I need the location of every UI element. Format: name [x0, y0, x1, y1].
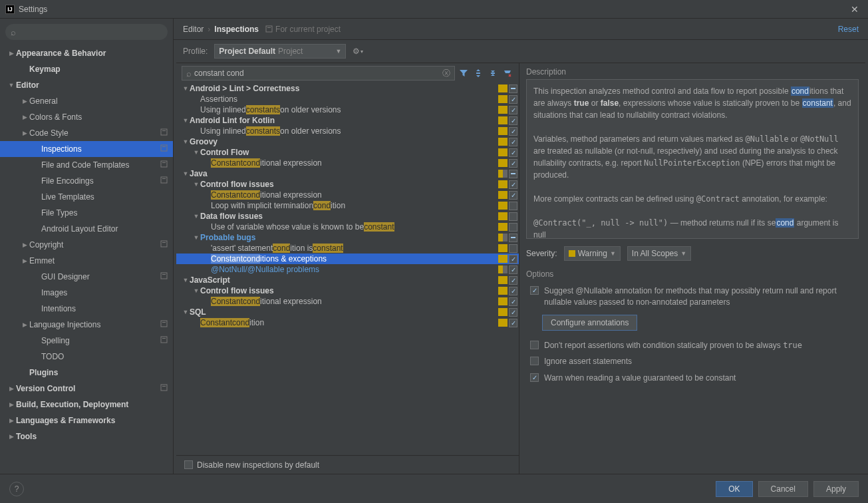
inspection-checkbox[interactable]: ✓ — [509, 106, 517, 114]
inspection-row[interactable]: ▼Control flow issues✓ — [176, 179, 519, 190]
close-icon[interactable]: ✕ — [847, 3, 863, 16]
sidebar-item[interactable]: ▶Colors & Fonts — [0, 109, 173, 125]
sidebar-item[interactable]: ▶Copyright — [0, 237, 173, 253]
collapse-all-icon[interactable] — [487, 67, 499, 79]
sidebar-item[interactable]: Spelling — [0, 333, 173, 349]
inspection-checkbox[interactable]: ✓ — [509, 95, 517, 104]
opt3-checkbox[interactable] — [530, 357, 539, 365]
severity-dropdown[interactable]: Warning ▼ — [564, 246, 621, 261]
sidebar-item[interactable]: ▶Appearance & Behavior — [0, 45, 173, 61]
disable-new-checkbox[interactable] — [184, 460, 193, 469]
sidebar-search[interactable]: ⌕ — [5, 24, 168, 40]
sidebar-item[interactable]: ▶Code Style — [0, 125, 173, 141]
inspection-checkbox[interactable]: ✓ — [509, 148, 517, 157]
configure-annotations-button[interactable]: Configure annotations — [542, 315, 637, 331]
opt2-checkbox[interactable] — [530, 341, 539, 349]
sidebar-item[interactable]: Android Layout Editor — [0, 221, 173, 237]
sidebar-item[interactable]: Plugins — [0, 365, 173, 381]
inspection-checkbox[interactable]: ✓ — [509, 159, 517, 168]
sidebar-item[interactable]: ▶Version Control — [0, 381, 173, 397]
inspection-row[interactable]: ▼Probable bugs — [176, 232, 519, 243]
inspection-row[interactable]: ▼Data flow issues — [176, 211, 519, 222]
sidebar-item[interactable]: GUI Designer — [0, 269, 173, 285]
inspection-row[interactable]: Constant condition✓ — [176, 317, 519, 328]
inspection-label: Constant conditional expression — [211, 297, 497, 306]
inspection-checkbox[interactable]: ✓ — [509, 265, 517, 274]
sidebar-item[interactable]: Intentions — [0, 301, 173, 317]
sidebar-item[interactable]: File Types — [0, 205, 173, 221]
expand-all-icon[interactable] — [472, 67, 484, 79]
svg-rect-14 — [161, 337, 167, 343]
sidebar-item[interactable]: Live Templates — [0, 189, 173, 205]
inspection-checkbox[interactable]: ✓ — [509, 287, 517, 295]
sidebar-search-input[interactable] — [19, 27, 162, 37]
inspection-row[interactable]: ▼Android > Lint > Correctness — [176, 83, 519, 94]
sidebar-item[interactable]: Inspections — [0, 141, 173, 157]
scope-dropdown[interactable]: In All Scopes ▼ — [627, 246, 691, 261]
inspection-row[interactable]: Loop with implicit termination condition — [176, 200, 519, 211]
apply-button[interactable]: Apply — [813, 481, 859, 497]
inspection-checkbox[interactable]: ✓ — [509, 297, 517, 306]
inspection-row[interactable]: ▼SQL✓ — [176, 307, 519, 317]
breadcrumb-editor[interactable]: Editor — [183, 25, 204, 34]
inspection-checkbox[interactable]: ✓ — [509, 116, 517, 125]
inspection-checkbox[interactable]: ✓ — [509, 255, 517, 263]
cancel-button[interactable]: Cancel — [758, 481, 808, 497]
opt4-checkbox[interactable]: ✓ — [530, 373, 539, 382]
inspection-row[interactable]: Using inlined constants on older version… — [176, 126, 519, 136]
inspection-checkbox[interactable] — [509, 170, 517, 178]
inspection-checkbox[interactable] — [509, 84, 517, 93]
inspection-row[interactable]: Constant conditional expression✓ — [176, 158, 519, 168]
gear-icon[interactable]: ⚙▾ — [353, 47, 363, 56]
filter-input-wrap[interactable]: ⌕ ⓧ — [182, 66, 455, 81]
help-button[interactable]: ? — [9, 482, 24, 496]
inspection-checkbox[interactable] — [509, 234, 517, 242]
sidebar-item[interactable]: ▶General — [0, 93, 173, 109]
severity-indicator — [498, 170, 507, 178]
inspection-checkbox[interactable] — [509, 223, 517, 232]
profile-dropdown[interactable]: Project DefaultProject ▼ — [214, 44, 346, 59]
ok-button[interactable]: OK — [716, 481, 752, 497]
inspection-checkbox[interactable]: ✓ — [509, 127, 517, 136]
inspection-checkbox[interactable]: ✓ — [509, 180, 517, 189]
inspection-checkbox[interactable] — [509, 202, 517, 210]
sidebar-item[interactable]: ▶Emmet — [0, 253, 173, 269]
inspection-row[interactable]: 'assert' statement condition is constant — [176, 243, 519, 253]
inspection-row[interactable]: Use of variable whose value is known to … — [176, 222, 519, 232]
inspection-checkbox[interactable]: ✓ — [509, 319, 517, 327]
inspection-row[interactable]: ▼JavaScript✓ — [176, 275, 519, 285]
sidebar-item[interactable]: ▶Language Injections — [0, 317, 173, 333]
sidebar-item[interactable]: Images — [0, 285, 173, 301]
sidebar-item[interactable]: Keymap — [0, 61, 173, 77]
inspection-row[interactable]: ▼Control flow issues✓ — [176, 285, 519, 296]
sidebar-item[interactable]: File and Code Templates — [0, 157, 173, 173]
inspection-checkbox[interactable]: ✓ — [509, 138, 517, 146]
sidebar-item[interactable]: File Encodings — [0, 173, 173, 189]
inspection-row[interactable]: Constant conditional expression✓ — [176, 190, 519, 200]
reset-link[interactable]: Reset — [838, 25, 859, 34]
inspection-row[interactable]: Constant conditional expression✓ — [176, 296, 519, 307]
sidebar-item[interactable]: ▶Languages & Frameworks — [0, 413, 173, 428]
inspection-checkbox[interactable]: ✓ — [509, 191, 517, 200]
inspection-row[interactable]: ▼Android Lint for Kotlin✓ — [176, 115, 519, 126]
inspection-checkbox[interactable] — [509, 212, 517, 221]
inspection-row[interactable]: Using inlined constants on older version… — [176, 104, 519, 115]
filter-input[interactable] — [194, 69, 442, 78]
inspection-row[interactable]: ▼Control Flow✓ — [176, 147, 519, 158]
inspection-row[interactable]: ▼Java — [176, 168, 519, 179]
sidebar-item[interactable]: TODO — [0, 349, 173, 365]
inspection-row[interactable]: @NotNull/@Nullable problems✓ — [176, 264, 519, 275]
sidebar-item[interactable]: ▼Editor — [0, 77, 173, 93]
sidebar-item[interactable]: ▶Tools — [0, 428, 173, 444]
inspection-checkbox[interactable] — [509, 244, 517, 253]
opt1-checkbox[interactable]: ✓ — [530, 286, 539, 295]
sidebar-item[interactable]: ▶Build, Execution, Deployment — [0, 397, 173, 413]
inspection-row[interactable]: Assertions✓ — [176, 94, 519, 104]
inspection-checkbox[interactable]: ✓ — [509, 276, 517, 285]
inspection-row[interactable]: Constant conditions & exceptions✓ — [176, 253, 519, 264]
clear-icon[interactable]: ⓧ — [442, 68, 450, 79]
filter-icon[interactable] — [458, 67, 470, 79]
inspection-row[interactable]: ▼Groovy✓ — [176, 136, 519, 147]
inspection-checkbox[interactable]: ✓ — [509, 308, 517, 317]
reset-filter-icon[interactable] — [502, 67, 513, 79]
